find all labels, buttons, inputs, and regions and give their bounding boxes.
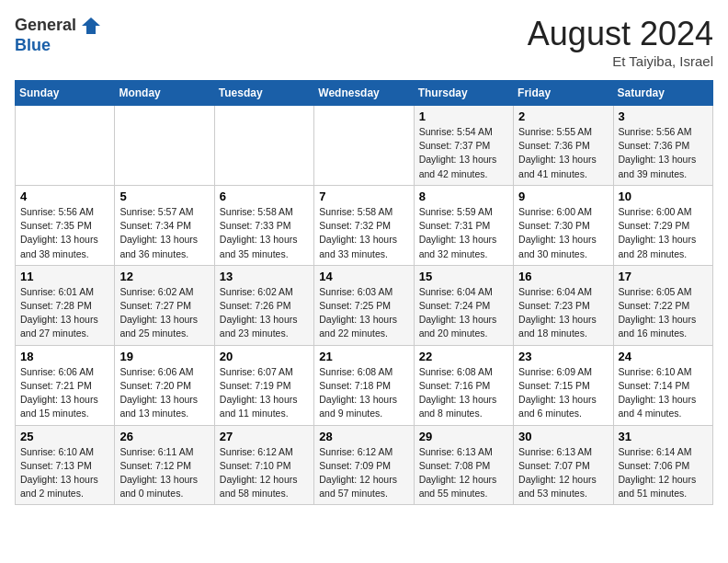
- day-number: 21: [319, 350, 408, 363]
- day-cell: 27Sunrise: 6:12 AM Sunset: 7:10 PM Dayli…: [214, 425, 313, 505]
- day-cell: 10Sunrise: 6:00 AM Sunset: 7:29 PM Dayli…: [613, 185, 712, 265]
- day-number: 4: [20, 190, 109, 203]
- day-info: Sunrise: 6:10 AM Sunset: 7:14 PM Dayligh…: [619, 365, 708, 421]
- day-number: 26: [119, 430, 209, 443]
- day-info: Sunrise: 5:54 AM Sunset: 7:37 PM Dayligh…: [419, 125, 508, 181]
- day-cell: 19Sunrise: 6:06 AM Sunset: 7:20 PM Dayli…: [115, 345, 214, 425]
- day-number: 17: [619, 270, 708, 283]
- day-cell: 21Sunrise: 6:08 AM Sunset: 7:18 PM Dayli…: [314, 345, 414, 425]
- header-cell-tuesday: Tuesday: [214, 81, 313, 106]
- logo-general-text: General: [15, 17, 76, 35]
- day-info: Sunrise: 5:58 AM Sunset: 7:33 PM Dayligh…: [220, 205, 309, 261]
- header-cell-wednesday: Wednesday: [314, 81, 414, 106]
- day-cell: 25Sunrise: 6:10 AM Sunset: 7:13 PM Dayli…: [16, 425, 115, 505]
- day-info: Sunrise: 6:08 AM Sunset: 7:16 PM Dayligh…: [419, 365, 508, 421]
- day-info: Sunrise: 5:56 AM Sunset: 7:36 PM Dayligh…: [619, 125, 708, 181]
- day-number: 3: [619, 109, 708, 123]
- day-info: Sunrise: 5:55 AM Sunset: 7:36 PM Dayligh…: [518, 125, 608, 181]
- day-cell: 2Sunrise: 5:55 AM Sunset: 7:36 PM Daylig…: [514, 106, 613, 186]
- header-row: SundayMondayTuesdayWednesdayThursdayFrid…: [16, 81, 713, 106]
- day-cell: 29Sunrise: 6:13 AM Sunset: 7:08 PM Dayli…: [414, 425, 513, 505]
- day-cell: 26Sunrise: 6:11 AM Sunset: 7:12 PM Dayli…: [115, 425, 214, 505]
- day-info: Sunrise: 6:03 AM Sunset: 7:25 PM Dayligh…: [319, 285, 408, 341]
- day-number: 28: [319, 430, 408, 443]
- day-cell: [314, 106, 414, 186]
- day-number: 2: [518, 109, 608, 123]
- logo-blue-text: Blue: [15, 37, 102, 55]
- day-info: Sunrise: 6:09 AM Sunset: 7:15 PM Dayligh…: [518, 365, 608, 421]
- day-cell: 24Sunrise: 6:10 AM Sunset: 7:14 PM Dayli…: [613, 345, 712, 425]
- day-number: 23: [518, 350, 608, 363]
- week-row-2: 11Sunrise: 6:01 AM Sunset: 7:28 PM Dayli…: [16, 265, 713, 345]
- day-info: Sunrise: 6:05 AM Sunset: 7:22 PM Dayligh…: [619, 285, 708, 341]
- day-info: Sunrise: 6:04 AM Sunset: 7:23 PM Dayligh…: [518, 285, 608, 341]
- day-info: Sunrise: 6:00 AM Sunset: 7:29 PM Dayligh…: [619, 205, 708, 261]
- day-info: Sunrise: 6:06 AM Sunset: 7:21 PM Dayligh…: [20, 365, 109, 421]
- week-row-4: 25Sunrise: 6:10 AM Sunset: 7:13 PM Dayli…: [16, 425, 713, 505]
- logo: General Blue: [15, 15, 102, 55]
- day-number: 15: [419, 270, 508, 283]
- day-cell: 18Sunrise: 6:06 AM Sunset: 7:21 PM Dayli…: [16, 345, 115, 425]
- svg-marker-0: [82, 17, 100, 34]
- page-header: General Blue August 2024 Et Taiyiba, Isr…: [15, 15, 713, 69]
- day-cell: 22Sunrise: 6:08 AM Sunset: 7:16 PM Dayli…: [414, 345, 513, 425]
- calendar-body: 1Sunrise: 5:54 AM Sunset: 7:37 PM Daylig…: [16, 106, 713, 505]
- day-info: Sunrise: 6:00 AM Sunset: 7:30 PM Dayligh…: [518, 205, 608, 261]
- day-info: Sunrise: 5:58 AM Sunset: 7:32 PM Dayligh…: [319, 205, 408, 261]
- day-info: Sunrise: 6:06 AM Sunset: 7:20 PM Dayligh…: [119, 365, 209, 421]
- day-number: 9: [518, 190, 608, 203]
- day-cell: 6Sunrise: 5:58 AM Sunset: 7:33 PM Daylig…: [214, 185, 313, 265]
- day-info: Sunrise: 5:56 AM Sunset: 7:35 PM Dayligh…: [20, 205, 109, 261]
- day-info: Sunrise: 6:01 AM Sunset: 7:28 PM Dayligh…: [20, 285, 109, 341]
- day-info: Sunrise: 5:57 AM Sunset: 7:34 PM Dayligh…: [119, 205, 209, 261]
- day-cell: [16, 106, 115, 186]
- day-cell: [214, 106, 313, 186]
- day-cell: 13Sunrise: 6:02 AM Sunset: 7:26 PM Dayli…: [214, 265, 313, 345]
- header-cell-thursday: Thursday: [414, 81, 513, 106]
- week-row-1: 4Sunrise: 5:56 AM Sunset: 7:35 PM Daylig…: [16, 185, 713, 265]
- day-info: Sunrise: 6:04 AM Sunset: 7:24 PM Dayligh…: [419, 285, 508, 341]
- day-number: 8: [419, 190, 508, 203]
- day-cell: 12Sunrise: 6:02 AM Sunset: 7:27 PM Dayli…: [115, 265, 214, 345]
- day-number: 11: [20, 270, 109, 283]
- day-number: 22: [419, 350, 508, 363]
- day-cell: 15Sunrise: 6:04 AM Sunset: 7:24 PM Dayli…: [414, 265, 513, 345]
- day-cell: 8Sunrise: 5:59 AM Sunset: 7:31 PM Daylig…: [414, 185, 513, 265]
- header-cell-saturday: Saturday: [613, 81, 712, 106]
- day-number: 31: [619, 430, 708, 443]
- day-cell: 17Sunrise: 6:05 AM Sunset: 7:22 PM Dayli…: [613, 265, 712, 345]
- day-cell: 16Sunrise: 6:04 AM Sunset: 7:23 PM Dayli…: [514, 265, 613, 345]
- day-number: 30: [518, 430, 608, 443]
- day-cell: 28Sunrise: 6:12 AM Sunset: 7:09 PM Dayli…: [314, 425, 414, 505]
- day-cell: 7Sunrise: 5:58 AM Sunset: 7:32 PM Daylig…: [314, 185, 414, 265]
- header-cell-friday: Friday: [514, 81, 613, 106]
- day-number: 1: [419, 109, 508, 123]
- title-block: August 2024 Et Taiyiba, Israel: [528, 15, 713, 69]
- day-number: 27: [220, 430, 309, 443]
- day-info: Sunrise: 6:11 AM Sunset: 7:12 PM Dayligh…: [119, 445, 209, 501]
- header-cell-sunday: Sunday: [16, 81, 115, 106]
- day-info: Sunrise: 5:59 AM Sunset: 7:31 PM Dayligh…: [419, 205, 508, 261]
- day-number: 19: [119, 350, 209, 363]
- day-number: 16: [518, 270, 608, 283]
- day-info: Sunrise: 6:12 AM Sunset: 7:10 PM Dayligh…: [220, 445, 309, 501]
- week-row-0: 1Sunrise: 5:54 AM Sunset: 7:37 PM Daylig…: [16, 106, 713, 186]
- calendar-header: SundayMondayTuesdayWednesdayThursdayFrid…: [16, 81, 713, 106]
- day-info: Sunrise: 6:10 AM Sunset: 7:13 PM Dayligh…: [20, 445, 109, 501]
- day-number: 6: [220, 190, 309, 203]
- day-number: 10: [619, 190, 708, 203]
- day-number: 13: [220, 270, 309, 283]
- day-cell: 23Sunrise: 6:09 AM Sunset: 7:15 PM Dayli…: [514, 345, 613, 425]
- day-cell: 4Sunrise: 5:56 AM Sunset: 7:35 PM Daylig…: [16, 185, 115, 265]
- day-info: Sunrise: 6:02 AM Sunset: 7:26 PM Dayligh…: [220, 285, 309, 341]
- day-number: 12: [119, 270, 209, 283]
- day-cell: 20Sunrise: 6:07 AM Sunset: 7:19 PM Dayli…: [214, 345, 313, 425]
- day-number: 5: [119, 190, 209, 203]
- day-cell: 14Sunrise: 6:03 AM Sunset: 7:25 PM Dayli…: [314, 265, 414, 345]
- week-row-3: 18Sunrise: 6:06 AM Sunset: 7:21 PM Dayli…: [16, 345, 713, 425]
- day-info: Sunrise: 6:14 AM Sunset: 7:06 PM Dayligh…: [619, 445, 708, 501]
- day-cell: [115, 106, 214, 186]
- day-number: 18: [20, 350, 109, 363]
- day-number: 20: [220, 350, 309, 363]
- day-cell: 9Sunrise: 6:00 AM Sunset: 7:30 PM Daylig…: [514, 185, 613, 265]
